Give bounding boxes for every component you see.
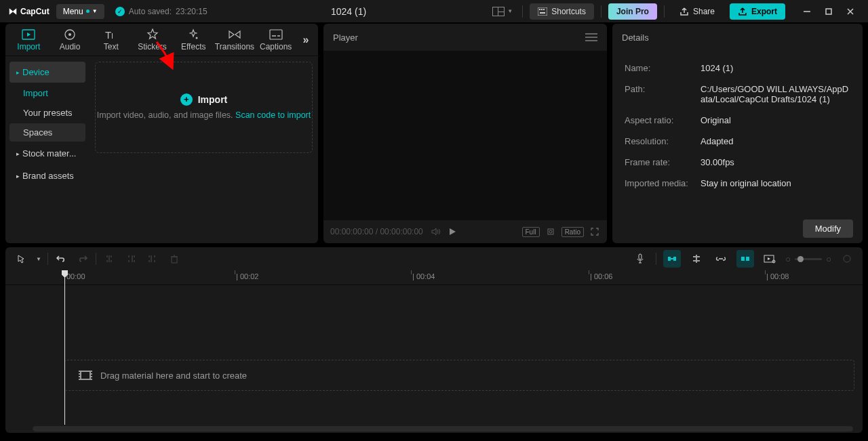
side-subitem-presets[interactable]: Your presets (9, 104, 85, 122)
zoom-out-icon[interactable]: ○ (785, 254, 791, 264)
details-fps-value: 30.00fps (701, 157, 850, 167)
fullscreen-icon[interactable] (589, 226, 600, 237)
export-icon (738, 7, 747, 16)
player-viewport[interactable] (323, 51, 607, 220)
drop-hint: Drag material here and start to create (100, 371, 247, 381)
delete-button[interactable] (165, 250, 183, 268)
close-button[interactable] (841, 2, 860, 21)
side-subitem-spaces[interactable]: Spaces (9, 123, 85, 142)
tab-text[interactable]: TI Text (90, 27, 132, 53)
svg-text:I: I (111, 32, 113, 40)
ratio-button[interactable]: Ratio (561, 227, 584, 237)
ruler-tick: 00:00 (66, 272, 85, 280)
join-pro-button[interactable]: Join Pro (608, 3, 657, 20)
align-button[interactable] (688, 250, 705, 268)
split-button[interactable] (100, 250, 118, 268)
import-description: Import video, audio, and image files. Sc… (97, 110, 311, 122)
timeline-dropzone[interactable]: Drag material here and start to create (64, 360, 854, 391)
timeline[interactable]: 00:00 | 00:02 | 00:04 | 00:06 | 00:08 Dr… (5, 270, 863, 433)
media-tabs: Import Audio TI Text Stickers Effects Tr… (5, 24, 318, 56)
svg-rect-24 (746, 257, 749, 261)
more-tabs-button[interactable]: » (296, 34, 315, 46)
ruler-tick: | 00:04 (412, 272, 435, 280)
pointer-dropdown[interactable]: ▼ (34, 250, 43, 268)
audio-icon (64, 28, 76, 41)
svg-rect-18 (172, 257, 177, 263)
details-media-value: Stay in original location (701, 178, 850, 188)
cut-left-button[interactable] (122, 250, 140, 268)
play-button[interactable] (448, 227, 457, 236)
scan-code-link[interactable]: Scan code to import (235, 110, 311, 120)
layout-selector[interactable]: ▼ (490, 4, 515, 19)
shortcuts-button[interactable]: Shortcuts (530, 3, 594, 20)
undo-button[interactable] (52, 250, 70, 268)
zoom-in-icon[interactable]: ○ (826, 254, 831, 264)
volume-icon[interactable] (430, 226, 441, 237)
svg-rect-1 (539, 9, 540, 10)
svg-rect-2 (541, 9, 542, 10)
fit-zoom-button[interactable] (838, 250, 856, 268)
svg-rect-3 (543, 9, 545, 10)
tab-effects[interactable]: Effects (173, 27, 214, 53)
link-button[interactable] (712, 250, 730, 268)
tab-audio[interactable]: Audio (50, 27, 91, 53)
player-title: Player (333, 33, 358, 43)
player-menu-button[interactable] (585, 33, 597, 41)
minimize-button[interactable] (797, 2, 816, 21)
side-subitem-import[interactable]: Import (9, 84, 85, 102)
captions-icon (269, 29, 283, 40)
app-name: CapCut (20, 7, 50, 16)
redo-button[interactable] (74, 250, 92, 268)
mic-button[interactable] (631, 250, 649, 268)
import-icon (22, 29, 35, 40)
tab-import[interactable]: Import (8, 27, 50, 53)
ruler-tick: | 00:06 (590, 272, 612, 280)
snap-button[interactable] (736, 250, 754, 268)
full-button[interactable]: Full (522, 227, 540, 237)
magnet-on-button[interactable] (663, 250, 681, 268)
svg-rect-13 (270, 30, 282, 39)
crop-icon[interactable] (545, 226, 556, 237)
svg-rect-0 (538, 7, 547, 16)
import-dropzone[interactable]: + Import Import video, audio, and image … (95, 62, 313, 153)
player-panel: Player 00:00:00:00 / 00:00:00:00 Full Ra… (323, 24, 607, 243)
details-res-label: Resolution: (625, 136, 701, 146)
side-item-brand[interactable]: Brand assets (9, 165, 85, 186)
svg-rect-16 (548, 229, 553, 234)
timeline-ruler[interactable]: 00:00 | 00:02 | 00:04 | 00:06 | 00:08 (5, 270, 863, 285)
export-button[interactable]: Export (730, 3, 785, 20)
tab-transitions[interactable]: Transitions (214, 27, 256, 53)
modify-button[interactable]: Modify (803, 219, 853, 238)
share-button[interactable]: Share (671, 3, 723, 20)
svg-rect-21 (673, 257, 676, 261)
check-icon: ✓ (115, 7, 125, 16)
svg-point-9 (68, 33, 71, 36)
transitions-icon (228, 30, 241, 39)
media-panel: Import Audio TI Text Stickers Effects Tr… (5, 24, 318, 243)
svg-rect-20 (668, 257, 671, 261)
preview-button[interactable] (761, 250, 778, 268)
pointer-tool[interactable] (12, 250, 30, 268)
details-aspect-label: Aspect ratio: (625, 115, 701, 125)
svg-point-17 (549, 230, 552, 233)
maximize-button[interactable] (819, 2, 838, 21)
ruler-tick: | 00:08 (766, 272, 789, 280)
zoom-slider[interactable]: ○ ○ (785, 254, 831, 264)
side-item-device[interactable]: Device (9, 62, 85, 83)
tab-captions[interactable]: Captions (255, 27, 296, 53)
menu-button[interactable]: Menu▼ (56, 4, 104, 19)
project-title: 1024 (1) (214, 6, 484, 17)
playhead[interactable] (64, 270, 65, 425)
side-item-stock[interactable]: Stock mater... (9, 143, 85, 164)
plus-icon: + (180, 93, 193, 106)
details-path-value: C:/Users/GOOD WILL ALWAYS/AppData/Local/… (701, 84, 850, 104)
layout-icon (492, 7, 505, 16)
player-controls: 00:00:00:00 / 00:00:00:00 Full Ratio (323, 220, 607, 243)
details-path-label: Path: (625, 84, 701, 104)
details-panel: Details Name:1024 (1) Path:C:/Users/GOOD… (612, 24, 863, 243)
tab-stickers[interactable]: Stickers (132, 27, 173, 53)
timeline-scrollbar[interactable] (33, 426, 853, 432)
text-icon: TI (105, 29, 117, 40)
cut-right-button[interactable] (144, 250, 161, 268)
svg-point-27 (844, 255, 850, 262)
